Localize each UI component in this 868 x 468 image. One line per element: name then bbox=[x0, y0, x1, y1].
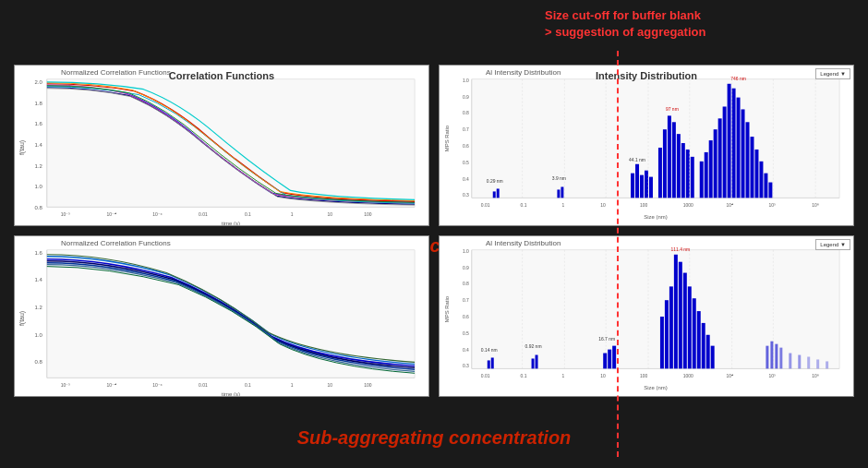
svg-text:1.0: 1.0 bbox=[463, 249, 469, 254]
top-left-chart-inner: Normalized Correlation Functions Correla… bbox=[15, 66, 428, 225]
svg-rect-65 bbox=[709, 140, 713, 198]
svg-rect-161 bbox=[779, 348, 782, 369]
svg-text:0.7: 0.7 bbox=[463, 127, 469, 132]
svg-text:10⁵: 10⁵ bbox=[768, 203, 776, 208]
svg-rect-73 bbox=[746, 122, 750, 198]
bottom-right-legend[interactable]: Legend ▼ bbox=[815, 239, 850, 250]
svg-rect-46 bbox=[561, 186, 563, 198]
svg-text:2.0: 2.0 bbox=[35, 79, 43, 85]
svg-text:1: 1 bbox=[561, 203, 564, 208]
svg-text:f(tau): f(tau) bbox=[18, 140, 26, 155]
svg-text:0.4: 0.4 bbox=[463, 348, 469, 353]
top-left-small-title: Normalized Correlation Functions bbox=[61, 68, 171, 77]
bottom-right-chart: Al Intensity Distribution Legend ▼ 1.0 0… bbox=[439, 235, 854, 397]
svg-text:1000: 1000 bbox=[683, 374, 693, 378]
svg-text:1.0: 1.0 bbox=[35, 332, 43, 338]
size-cutoff-dashed-line bbox=[617, 51, 619, 457]
svg-text:1.2: 1.2 bbox=[35, 305, 42, 310]
svg-rect-67 bbox=[718, 118, 722, 198]
svg-rect-76 bbox=[759, 162, 763, 198]
svg-rect-165 bbox=[816, 359, 819, 368]
svg-rect-136 bbox=[491, 357, 494, 368]
svg-rect-158 bbox=[766, 346, 768, 369]
svg-text:0.8: 0.8 bbox=[35, 205, 43, 210]
top-right-legend[interactable]: Legend ▼ bbox=[815, 68, 850, 79]
cutoff-line2: > suggestion of aggregation bbox=[545, 25, 705, 39]
svg-rect-60 bbox=[686, 150, 690, 198]
svg-rect-59 bbox=[681, 143, 685, 198]
svg-rect-156 bbox=[711, 346, 715, 369]
svg-text:10⁵: 10⁵ bbox=[768, 374, 776, 378]
svg-rect-61 bbox=[691, 157, 694, 198]
svg-text:0.01: 0.01 bbox=[481, 203, 490, 208]
svg-rect-45 bbox=[557, 189, 560, 198]
svg-text:16.7 nm: 16.7 nm bbox=[598, 337, 615, 342]
svg-text:0.1: 0.1 bbox=[245, 383, 251, 388]
svg-rect-70 bbox=[732, 89, 736, 198]
svg-text:0.1: 0.1 bbox=[245, 212, 251, 217]
size-cutoff-annotation: Size cut-off for buffer blank > suggesti… bbox=[545, 7, 705, 41]
svg-rect-138 bbox=[532, 358, 535, 368]
svg-text:0.9: 0.9 bbox=[463, 95, 469, 100]
svg-text:MPS Ratio: MPS Ratio bbox=[444, 295, 450, 322]
svg-text:10⁻⁴: 10⁻⁴ bbox=[107, 383, 117, 388]
svg-rect-149 bbox=[679, 262, 682, 369]
bottom-left-chart-inner: Normalized Correlation Functions 1.6 1.4… bbox=[15, 236, 428, 396]
svg-text:0.6: 0.6 bbox=[463, 144, 469, 149]
svg-text:44.1 nm: 44.1 nm bbox=[629, 158, 645, 162]
bottom-left-svg: 1.6 1.4 1.2 1.0 0.8 10⁻⁵ 10⁻⁴ 10⁻³ 0.01 … bbox=[15, 236, 428, 396]
cutoff-line1: Size cut-off for buffer blank bbox=[545, 8, 701, 22]
svg-text:0.29 nm: 0.29 nm bbox=[487, 179, 503, 184]
svg-text:0.8: 0.8 bbox=[463, 282, 469, 286]
svg-rect-78 bbox=[768, 183, 772, 198]
svg-text:1: 1 bbox=[291, 212, 294, 217]
svg-rect-135 bbox=[488, 360, 490, 368]
svg-text:MPS Ratio: MPS Ratio bbox=[444, 125, 450, 151]
svg-text:0.3: 0.3 bbox=[463, 364, 469, 368]
svg-rect-52 bbox=[649, 177, 653, 198]
svg-text:100: 100 bbox=[640, 374, 648, 378]
svg-text:10⁻³: 10⁻³ bbox=[152, 383, 163, 388]
svg-text:0.5: 0.5 bbox=[463, 331, 469, 336]
svg-rect-142 bbox=[608, 350, 611, 369]
svg-rect-146 bbox=[665, 300, 669, 368]
svg-text:97 nm: 97 nm bbox=[666, 107, 679, 112]
svg-rect-69 bbox=[728, 84, 731, 198]
bottom-left-chart: Normalized Correlation Functions 1.6 1.4… bbox=[14, 235, 429, 397]
svg-text:1.0: 1.0 bbox=[463, 78, 469, 83]
svg-rect-164 bbox=[807, 356, 810, 368]
svg-rect-160 bbox=[775, 344, 778, 369]
svg-text:1.4: 1.4 bbox=[35, 142, 43, 148]
bottom-right-svg: 1.0 0.9 0.8 0.7 0.6 0.5 0.4 0.3 0.01 0.1… bbox=[440, 236, 853, 396]
svg-text:0.01: 0.01 bbox=[199, 212, 208, 217]
svg-text:10⁴: 10⁴ bbox=[727, 374, 734, 378]
svg-text:1.2: 1.2 bbox=[35, 163, 42, 169]
svg-text:746 nm: 746 nm bbox=[730, 77, 746, 81]
top-right-chart: Al Intensity Distribution Intensity Dist… bbox=[439, 65, 854, 226]
svg-text:f(tau): f(tau) bbox=[18, 311, 26, 326]
svg-rect-155 bbox=[706, 335, 710, 369]
main-container: Size cut-off for buffer blank > suggesti… bbox=[0, 0, 868, 468]
svg-text:1.8: 1.8 bbox=[35, 101, 43, 106]
svg-rect-72 bbox=[741, 109, 745, 198]
svg-text:10⁶: 10⁶ bbox=[812, 203, 819, 208]
svg-rect-106 bbox=[472, 250, 839, 369]
svg-text:0.7: 0.7 bbox=[463, 298, 469, 303]
svg-rect-154 bbox=[702, 323, 705, 368]
svg-text:0.01: 0.01 bbox=[199, 383, 208, 388]
svg-rect-58 bbox=[677, 134, 681, 198]
svg-text:1.6: 1.6 bbox=[35, 121, 43, 126]
svg-text:0.4: 0.4 bbox=[463, 177, 469, 182]
svg-rect-162 bbox=[789, 354, 791, 369]
svg-text:100: 100 bbox=[364, 383, 372, 388]
svg-text:0.9: 0.9 bbox=[463, 266, 469, 270]
svg-text:0.14 nm: 0.14 nm bbox=[481, 348, 498, 353]
svg-text:0.3: 0.3 bbox=[463, 193, 469, 198]
svg-rect-54 bbox=[658, 148, 662, 198]
svg-rect-0 bbox=[47, 79, 415, 207]
svg-rect-49 bbox=[635, 164, 639, 198]
svg-rect-20 bbox=[472, 79, 839, 198]
sub-aggregating-concentration-label: Sub-aggregating concentration bbox=[0, 427, 868, 449]
svg-rect-66 bbox=[714, 129, 717, 198]
svg-text:Size (nm): Size (nm) bbox=[644, 214, 668, 220]
